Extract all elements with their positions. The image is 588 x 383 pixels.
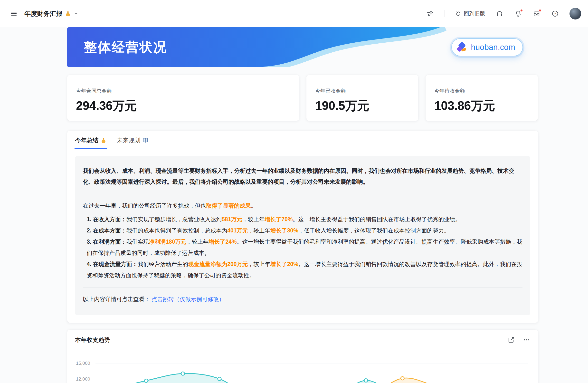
- inbox-dot: [539, 9, 542, 12]
- trend-title: 本年收支趋势: [75, 336, 110, 344]
- trend-header: 本年收支趋势: [75, 336, 530, 344]
- trend-actions: [507, 336, 530, 344]
- item-number: 4.: [87, 261, 91, 267]
- summary-list: 1.在收入方面：我们实现了稳步增长，总营业收入达到581万元，较上年增长了70%…: [83, 214, 523, 281]
- stat-cards-row: 今年合同总金额 294.36万元 今年已收金额 190.5万元 今年待收金额 1…: [67, 75, 538, 121]
- summary-list-item: 3.在利润方面：我们实现净利润180万元，较上年增长了24%。这一增长主要得益于…: [87, 236, 523, 258]
- stat-card-pending: 今年待收金额 103.86万元: [425, 75, 538, 121]
- ellipsis-icon: [523, 337, 530, 343]
- stat-value: 190.5万元: [315, 98, 409, 114]
- topbar: 年度财务汇报 回到旧版: [0, 0, 588, 27]
- app-title-switcher[interactable]: 年度财务汇报: [24, 9, 78, 18]
- divider: [83, 194, 523, 194]
- banner-title: 整体经营状况: [84, 38, 167, 56]
- summary-footer: 以上内容详情可点击查看： 点击跳转（仅做示例可修改）: [83, 294, 523, 305]
- stat-label: 今年待收金额: [434, 87, 529, 94]
- money-bag-icon: [100, 137, 107, 144]
- stat-card-contract-total: 今年合同总金额 294.36万元: [67, 75, 299, 121]
- menu-button[interactable]: [10, 9, 18, 18]
- back-to-old-label: 回到旧版: [464, 10, 485, 17]
- page-title: 年度财务汇报: [24, 9, 62, 18]
- topbar-actions: 回到旧版 ?: [426, 8, 581, 20]
- stat-value: 294.36万元: [76, 98, 290, 114]
- item-number: 2.: [87, 227, 91, 234]
- brand-badge: huoban.com: [451, 38, 523, 56]
- open-in-new-icon: [508, 337, 515, 343]
- stat-card-received: 今年已收金额 190.5万元: [306, 75, 418, 121]
- tab-bar: 今年总结 未来规划: [67, 130, 538, 149]
- more-options-button[interactable]: [523, 336, 530, 344]
- brand-name: huoban.com: [471, 43, 515, 52]
- jump-link[interactable]: 点击跳转（仅做示例可修改）: [151, 296, 224, 302]
- restore-icon: [455, 10, 461, 17]
- open-book-icon: [142, 137, 148, 144]
- stat-value: 103.86万元: [434, 98, 529, 114]
- stat-label: 今年已收金额: [315, 87, 409, 94]
- dashboard-page: 整体经营状况 huoban.com 今年合同总金额 294.36万元 今年已收金…: [67, 27, 538, 383]
- topbar-divider: [444, 10, 445, 17]
- trend-chart: 15,00012,0009,000: [75, 350, 530, 383]
- stat-label: 今年合同总金额: [76, 87, 290, 94]
- help-button[interactable]: ?: [551, 9, 559, 18]
- divider: [83, 287, 523, 287]
- huoban-logo-icon: [456, 42, 467, 53]
- back-to-old-version-button[interactable]: 回到旧版: [455, 10, 485, 17]
- notification-dot: [520, 9, 523, 12]
- money-bag-icon: [65, 10, 71, 17]
- summary-card: 今年总结 未来规划 我们会从收入、成本、利润、现金流量等主要财务指标入手，分析过…: [67, 130, 538, 323]
- chevron-down-icon: [74, 11, 78, 16]
- summary-intro: 我们会从收入、成本、利润、现金流量等主要财务指标入手，分析过去一年的业绩以及财务…: [83, 165, 523, 187]
- tune-button[interactable]: [426, 9, 434, 18]
- notifications-button[interactable]: [514, 9, 522, 18]
- tab-this-year-summary[interactable]: 今年总结: [75, 135, 107, 149]
- summary-list-item: 2.在成本方面：我们的成本也得到了有效控制，总成本为401万元，较上年增长了30…: [87, 225, 523, 236]
- tab-label: 今年总结: [75, 136, 98, 144]
- user-avatar[interactable]: [569, 8, 581, 20]
- summary-list-item: 1.在收入方面：我们实现了稳步增长，总营业收入达到581万元，较上年增长了70%…: [87, 214, 523, 225]
- item-number: 1.: [87, 216, 91, 222]
- summary-lead: 在过去一年里，我们的公司经历了许多挑战，但也取得了显著的成果。: [83, 200, 523, 211]
- footer-text: 以上内容详情可点击查看：: [83, 296, 150, 302]
- hamburger-icon: [10, 10, 18, 17]
- summary-list-item: 4.在现金流量方面：我们经营活动产生的现金流量净额为200万元，较上年增长了20…: [87, 258, 523, 281]
- header-banner: 整体经营状况 huoban.com: [67, 27, 538, 67]
- svg-text:15,000: 15,000: [76, 361, 90, 366]
- inbox-button[interactable]: [532, 9, 541, 18]
- help-icon: ?: [551, 10, 559, 17]
- trend-card: 本年收支趋势 15,00012,0009,000: [67, 330, 538, 383]
- support-button[interactable]: [495, 9, 504, 18]
- headset-icon: [496, 10, 503, 17]
- tab-label: 未来规划: [117, 136, 140, 144]
- expand-button[interactable]: [507, 336, 515, 344]
- item-number: 3.: [87, 238, 91, 245]
- svg-text:12,000: 12,000: [76, 376, 90, 382]
- svg-text:?: ?: [554, 12, 556, 16]
- tune-icon: [426, 10, 434, 17]
- summary-panel: 我们会从收入、成本、利润、现金流量等主要财务指标入手，分析过去一年的业绩以及财务…: [75, 156, 530, 315]
- tab-future-plan[interactable]: 未来规划: [116, 135, 149, 149]
